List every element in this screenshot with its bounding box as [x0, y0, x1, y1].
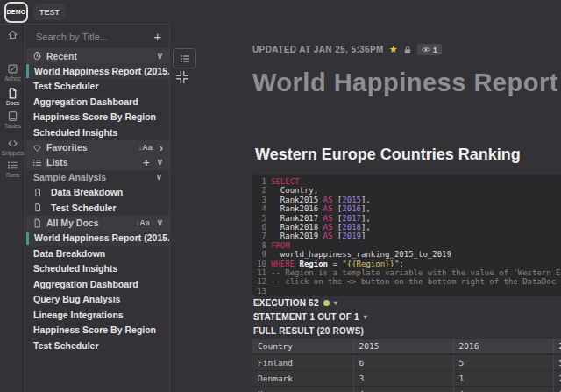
statement-selector[interactable]: STATEMENT 1 OUT OF 1 ▾	[253, 312, 367, 322]
doc-title: World Happiness Report	[252, 68, 558, 97]
code-line: 10WHERE Region = "{{Region}}";	[252, 260, 561, 268]
caret-down-icon: ▾	[334, 299, 337, 307]
cell-heading: Western Europe Countries Ranking	[255, 146, 521, 164]
chevron-down-icon[interactable]: ∨	[157, 158, 163, 167]
favorites-section-label: Favorites	[46, 142, 88, 153]
table-cell: 1	[453, 371, 553, 387]
rail-item-tables[interactable]: Tables	[0, 110, 25, 129]
execution-selector[interactable]: EXECUTION 62 ▾	[253, 298, 337, 308]
lock-icon[interactable]	[403, 46, 412, 54]
column-header[interactable]: 2015	[353, 339, 453, 354]
column-header[interactable]: 2016	[453, 339, 553, 354]
table-cell: 6	[353, 354, 453, 371]
rail-item-docs[interactable]: Docs	[0, 88, 25, 106]
sort-toggle[interactable]: ↓Aa	[136, 218, 150, 227]
doc-title-label: Happiness Score By Region	[33, 324, 156, 335]
doc-title-label: Lineage Integrations	[33, 310, 124, 320]
doc-meta-row: UPDATED AT JAN 25, 5:36PM ★ 1	[252, 44, 442, 55]
rail-item-label: Snippets	[0, 150, 25, 156]
table-cell: 4	[453, 387, 553, 392]
sql-code[interactable]: 1SELECT2 Country,3 Rank2015 AS [2015],4 …	[252, 175, 561, 296]
snippets-icon	[0, 138, 25, 149]
code-line: 5 Rank2017 AS [2017],	[252, 214, 561, 223]
create-doc-button[interactable]: +	[153, 30, 161, 43]
line-number: 3	[254, 196, 266, 204]
table-cell: 3	[353, 371, 453, 387]
rail-item-label: Runs	[0, 172, 25, 178]
table-cell: 5	[553, 354, 561, 371]
sort-toggle[interactable]: ↓Aa	[138, 143, 153, 152]
line-number: 1	[254, 177, 266, 186]
execution-label: EXECUTION 62	[253, 298, 319, 308]
doc-list-item[interactable]: Data Breakdown	[26, 185, 169, 201]
table-cell: Finland	[252, 354, 353, 371]
doc-list-item[interactable]: World Happiness Report (2015...	[26, 63, 169, 79]
doc-list-item[interactable]: Aggregation Dashboard	[26, 94, 169, 110]
doc-title-label: World Happiness Report (2015...	[34, 66, 169, 76]
recent-doc-list: World Happiness Report (2015...Test Sche…	[26, 63, 169, 140]
table-cell: Denmark	[252, 371, 353, 387]
line-number: 8	[254, 241, 266, 250]
doc-list-item[interactable]: Happiness Score By Region	[26, 110, 169, 125]
all-my-docs-section-header[interactable]: All My Docs ↓Aa ∨	[26, 216, 169, 231]
result-table[interactable]: Country201520162017 Finland655Denmark312…	[252, 339, 561, 392]
add-list-button[interactable]: +	[143, 157, 150, 168]
file-icon	[33, 203, 46, 212]
line-number: 7	[254, 232, 266, 240]
code-line: 6 Rank2018 AS [2018],	[252, 223, 561, 232]
favorite-star-icon[interactable]: ★	[389, 45, 398, 54]
column-header[interactable]: 2017	[553, 339, 561, 354]
chevron-down-icon[interactable]: ∨	[157, 52, 163, 61]
rail-item-adhoc[interactable]: Adhoc	[0, 63, 25, 82]
code-line: 2 Country,	[252, 186, 561, 195]
search-input[interactable]	[34, 31, 153, 43]
line-number: 12	[254, 277, 266, 286]
code-line: 3 Rank2015 AS [2015],	[252, 196, 561, 204]
doc-list-item[interactable]: Test Scheduler	[26, 79, 169, 95]
table-cell: 1	[553, 387, 561, 392]
column-header[interactable]: Country	[252, 339, 353, 354]
chevron-right-icon[interactable]: ›	[160, 142, 163, 153]
doc-list-item[interactable]: Happiness Score By Region	[26, 323, 169, 339]
sample-analysis-label: Sample Analysis	[33, 172, 106, 182]
doc-list-item[interactable]: Scheduled Insights	[26, 125, 169, 140]
eye-icon	[422, 46, 430, 53]
viewers-badge[interactable]: 1	[417, 44, 442, 55]
toggle-doc-list-button[interactable]	[173, 48, 196, 68]
list-icon	[32, 158, 42, 167]
doc-title-label: Happiness Score By Region	[33, 111, 156, 122]
doc-list-item[interactable]: Test Scheduler	[26, 338, 169, 353]
doc-list-item[interactable]: Aggregation Dashboard	[26, 276, 169, 292]
doc-list-item[interactable]: Test Scheduler	[26, 200, 169, 216]
list-icon	[180, 53, 190, 64]
rail-item-home[interactable]	[0, 29, 25, 40]
runs-icon	[0, 160, 25, 171]
collapse-view-button[interactable]	[175, 70, 192, 85]
table-cell: 5	[453, 354, 553, 371]
doc-list-item[interactable]: Scheduled Insights	[26, 261, 169, 277]
chevron-down-icon[interactable]: ∨	[157, 218, 163, 227]
table-cell: Norway	[252, 387, 353, 392]
doc-list-item[interactable]: Query Bug Analysis	[26, 292, 169, 308]
environment-badge-demo[interactable]: DEMO	[4, 2, 28, 23]
full-result-label: FULL RESULT (20 ROWS)	[253, 326, 364, 336]
favorites-section-header[interactable]: Favorites ↓Aa ›	[26, 140, 169, 155]
doc-title-label: Test Scheduler	[33, 81, 99, 91]
file-icon	[32, 218, 42, 228]
home-icon	[0, 29, 25, 40]
viewers-count: 1	[433, 46, 437, 54]
datadoc-main: UPDATED AT JAN 25, 5:36PM ★ 1 World Happ…	[252, 0, 561, 392]
doc-list-item[interactable]: Data Breakdown	[26, 246, 169, 261]
doc-list-item[interactable]: World Happiness Report (2015...	[26, 231, 169, 246]
doc-list-item[interactable]: Lineage Integrations	[26, 307, 169, 323]
lists-section-header[interactable]: Lists + ∨	[26, 155, 169, 170]
sample-analysis-group-header[interactable]: Sample Analysis ∨	[26, 170, 169, 185]
rail-item-snippets[interactable]: Snippets	[0, 138, 25, 156]
tables-icon	[0, 110, 25, 122]
rail-item-label: Adhoc	[0, 75, 25, 82]
chevron-down-icon[interactable]: ∨	[156, 173, 162, 182]
environment-tab-test[interactable]: TEST	[33, 4, 66, 20]
all-my-docs-doc-list: World Happiness Report (2015...Data Brea…	[26, 231, 169, 353]
recent-section-header[interactable]: Recent ∨	[26, 48, 169, 63]
rail-item-runs[interactable]: Runs	[0, 160, 25, 178]
